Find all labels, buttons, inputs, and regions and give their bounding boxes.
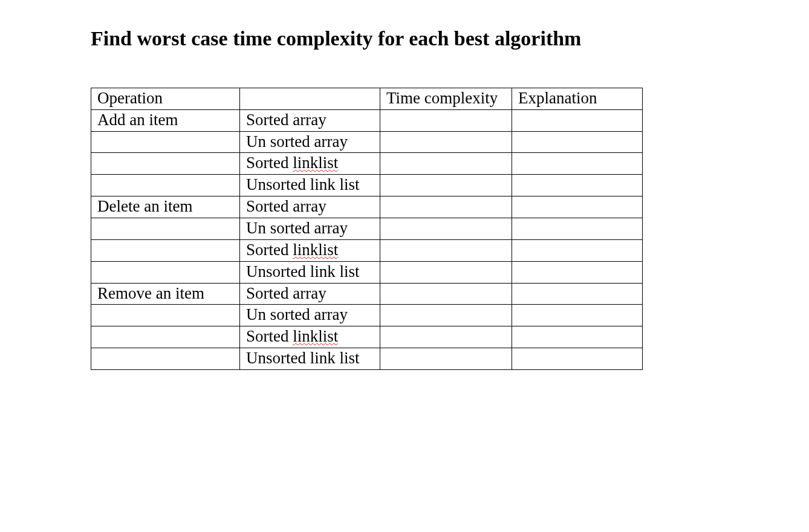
cell-datastructure: Un sorted array (240, 305, 380, 326)
cell-operation: Remove an item (91, 283, 240, 305)
spellcheck-underline: linklist (293, 154, 338, 172)
cell-time-complexity (380, 153, 512, 175)
cell-datastructure: Unsorted link list (240, 261, 380, 283)
cell-datastructure: Unsorted link list (240, 348, 380, 370)
cell-time-complexity (380, 261, 512, 283)
cell-datastructure: Sorted array (240, 283, 380, 305)
col-header-explanation: Explanation (512, 88, 643, 109)
table-row: Delete an itemSorted array (91, 196, 643, 218)
cell-operation: Add an item (91, 109, 240, 131)
col-header-datastructure (240, 88, 380, 109)
cell-time-complexity (380, 175, 512, 196)
cell-operation (91, 131, 240, 153)
cell-time-complexity (380, 218, 512, 239)
table-row: Unsorted link list (91, 261, 643, 283)
cell-explanation (512, 326, 643, 348)
cell-time-complexity (380, 109, 512, 131)
cell-operation (91, 326, 240, 348)
cell-explanation (512, 175, 643, 196)
table-row: Sorted linklist (91, 153, 643, 175)
cell-time-complexity (380, 239, 512, 261)
text-fragment: Sorted (246, 327, 293, 345)
table-row: Unsorted link list (91, 348, 643, 370)
cell-explanation (512, 283, 643, 305)
cell-operation (91, 239, 240, 261)
cell-explanation (512, 305, 643, 326)
spellcheck-underline: linklist (293, 327, 338, 345)
document-page: Find worst case time complexity for each… (0, 0, 809, 370)
cell-datastructure: Un sorted array (240, 131, 380, 153)
table-header-row: OperationTime complexityExplanation (91, 88, 643, 109)
cell-time-complexity (380, 305, 512, 326)
cell-datastructure: Sorted linklist (240, 239, 380, 261)
cell-explanation (512, 239, 643, 261)
cell-datastructure: Sorted linklist (240, 326, 380, 348)
cell-time-complexity (380, 348, 512, 370)
cell-operation (91, 348, 240, 370)
cell-time-complexity (380, 131, 512, 153)
cell-datastructure: Sorted linklist (240, 153, 380, 175)
cell-time-complexity (380, 283, 512, 305)
cell-datastructure: Sorted array (240, 196, 380, 218)
cell-explanation (512, 218, 643, 239)
cell-time-complexity (380, 326, 512, 348)
table-row: Sorted linklist (91, 239, 643, 261)
table-row: Add an itemSorted array (91, 109, 643, 131)
table-row: Un sorted array (91, 305, 643, 326)
table-row: Remove an itemSorted array (91, 283, 643, 305)
cell-operation (91, 261, 240, 283)
cell-explanation (512, 131, 643, 153)
cell-explanation (512, 348, 643, 370)
text-fragment: Sorted (246, 241, 293, 259)
cell-operation: Delete an item (91, 196, 240, 218)
cell-datastructure: Un sorted array (240, 218, 380, 239)
cell-explanation (512, 153, 643, 175)
cell-operation (91, 153, 240, 175)
page-title: Find worst case time complexity for each… (91, 27, 718, 51)
cell-explanation (512, 196, 643, 218)
cell-datastructure: Unsorted link list (240, 175, 380, 196)
cell-operation (91, 175, 240, 196)
complexity-table: OperationTime complexityExplanationAdd a… (91, 88, 643, 370)
cell-explanation (512, 109, 643, 131)
table-row: Un sorted array (91, 218, 643, 239)
cell-operation (91, 218, 240, 239)
cell-time-complexity (380, 196, 512, 218)
cell-operation (91, 305, 240, 326)
cell-explanation (512, 261, 643, 283)
text-fragment: Sorted (246, 154, 293, 172)
table-row: Un sorted array (91, 131, 643, 153)
col-header-time-complexity: Time complexity (380, 88, 512, 109)
cell-datastructure: Sorted array (240, 109, 380, 131)
col-header-operation: Operation (91, 88, 240, 109)
spellcheck-underline: linklist (293, 241, 338, 259)
table-row: Sorted linklist (91, 326, 643, 348)
table-row: Unsorted link list (91, 175, 643, 196)
